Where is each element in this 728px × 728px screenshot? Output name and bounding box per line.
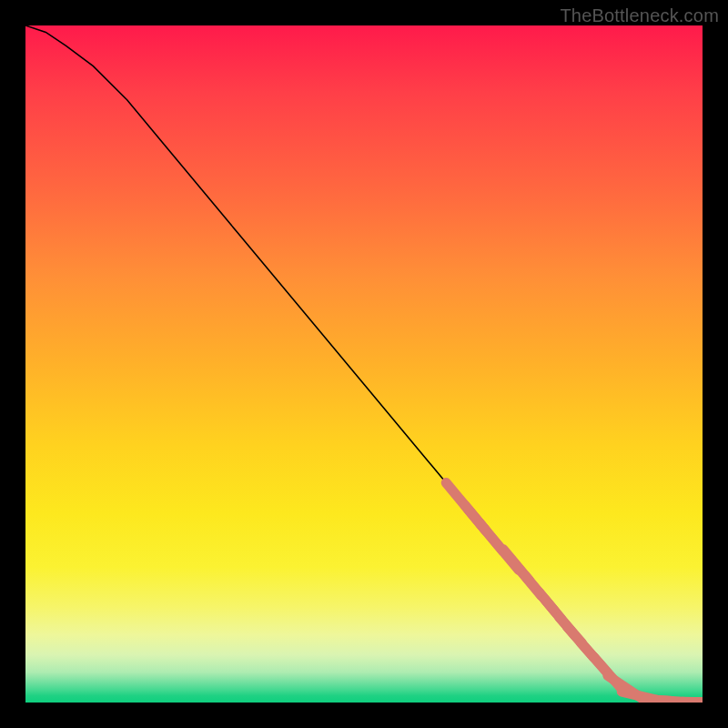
watermark-text: TheBottleneck.com — [560, 5, 719, 26]
marker-group — [446, 483, 703, 703]
chart-overlay — [25, 25, 703, 703]
plot-area — [25, 25, 703, 703]
bottleneck-curve — [25, 25, 703, 703]
chart-stage: TheBottleneck.com — [0, 0, 728, 728]
